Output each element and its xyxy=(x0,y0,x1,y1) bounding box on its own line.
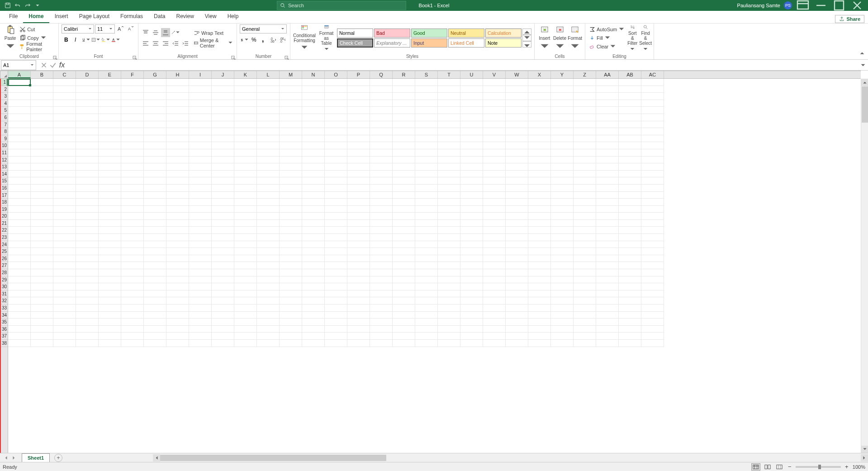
cell[interactable] xyxy=(234,128,257,135)
style-input[interactable]: Input xyxy=(411,38,447,48)
cell[interactable] xyxy=(370,340,393,347)
cell[interactable] xyxy=(53,93,76,100)
cell[interactable] xyxy=(460,333,483,340)
cell[interactable] xyxy=(551,157,574,164)
cell[interactable] xyxy=(415,297,438,304)
cell[interactable] xyxy=(506,319,528,326)
column-header[interactable]: V xyxy=(483,71,506,78)
normal-view-button[interactable] xyxy=(751,463,760,471)
cell[interactable] xyxy=(483,297,506,304)
cell[interactable] xyxy=(325,192,347,199)
cell[interactable] xyxy=(8,283,31,290)
cell[interactable] xyxy=(483,312,506,319)
cell[interactable] xyxy=(8,333,31,340)
cell[interactable] xyxy=(189,128,212,135)
row-header[interactable]: 6 xyxy=(1,114,8,121)
cell[interactable] xyxy=(144,177,166,185)
cell[interactable] xyxy=(619,206,641,213)
cell[interactable] xyxy=(370,100,393,107)
cell[interactable] xyxy=(257,177,280,185)
cell[interactable] xyxy=(212,312,234,319)
cell[interactable] xyxy=(234,157,257,164)
cell[interactable] xyxy=(393,262,415,269)
row-header[interactable]: 23 xyxy=(1,234,8,241)
column-header[interactable]: AB xyxy=(619,71,641,78)
vertical-scroll-thumb[interactable] xyxy=(862,86,868,123)
cell[interactable] xyxy=(257,93,280,100)
cell[interactable] xyxy=(76,163,99,171)
cell[interactable] xyxy=(506,157,528,164)
cell[interactable] xyxy=(99,312,121,319)
align-right-button[interactable] xyxy=(161,39,170,48)
cell[interactable] xyxy=(619,107,641,114)
cell[interactable] xyxy=(641,319,664,326)
clipboard-launcher[interactable] xyxy=(53,54,57,58)
vertical-scrollbar[interactable] xyxy=(861,79,868,453)
ribbon-display-icon[interactable] xyxy=(796,1,810,10)
cell[interactable] xyxy=(574,248,596,255)
cell[interactable] xyxy=(31,185,53,192)
cell[interactable] xyxy=(551,192,574,199)
cell[interactable] xyxy=(370,255,393,262)
cell[interactable] xyxy=(528,79,551,86)
select-all-button[interactable] xyxy=(0,71,8,79)
cell[interactable] xyxy=(212,241,234,248)
cell[interactable] xyxy=(347,283,370,290)
cell[interactable] xyxy=(144,93,166,100)
cell[interactable] xyxy=(99,93,121,100)
cell[interactable] xyxy=(166,163,189,171)
cell[interactable] xyxy=(189,135,212,143)
cell[interactable] xyxy=(551,283,574,290)
cell[interactable] xyxy=(144,135,166,143)
cell[interactable] xyxy=(325,157,347,164)
cell[interactable] xyxy=(99,248,121,255)
row-header[interactable]: 16 xyxy=(1,185,8,192)
cell[interactable] xyxy=(189,93,212,100)
cell[interactable] xyxy=(76,149,99,157)
cell[interactable] xyxy=(393,241,415,248)
decrease-decimal-button[interactable]: .00.0 xyxy=(279,35,287,44)
cell[interactable] xyxy=(234,149,257,157)
row-header[interactable]: 8 xyxy=(1,128,8,135)
cell[interactable] xyxy=(641,86,664,93)
cell[interactable] xyxy=(370,157,393,164)
cell[interactable] xyxy=(8,262,31,269)
cell[interactable] xyxy=(393,227,415,234)
cell[interactable] xyxy=(53,206,76,213)
cell[interactable] xyxy=(99,241,121,248)
cell[interactable] xyxy=(506,333,528,340)
search-box[interactable]: Search xyxy=(277,1,406,10)
cell[interactable] xyxy=(189,177,212,185)
cell[interactable] xyxy=(8,297,31,304)
cell[interactable] xyxy=(347,234,370,241)
cell[interactable] xyxy=(189,241,212,248)
cell[interactable] xyxy=(370,241,393,248)
cell[interactable] xyxy=(144,269,166,276)
cell[interactable] xyxy=(144,262,166,269)
tab-file[interactable]: File xyxy=(4,10,23,23)
cell[interactable] xyxy=(506,283,528,290)
cell[interactable] xyxy=(347,79,370,86)
increase-font-button[interactable]: A xyxy=(116,24,125,33)
cell[interactable] xyxy=(144,227,166,234)
cell[interactable] xyxy=(370,248,393,255)
cell[interactable] xyxy=(551,290,574,298)
cell[interactable] xyxy=(528,163,551,171)
cell[interactable] xyxy=(574,241,596,248)
cell[interactable] xyxy=(53,121,76,128)
cell[interactable] xyxy=(8,255,31,262)
cell[interactable] xyxy=(460,262,483,269)
cell[interactable] xyxy=(8,149,31,157)
cell[interactable] xyxy=(121,283,144,290)
cell[interactable] xyxy=(596,135,619,143)
cell[interactable] xyxy=(302,283,325,290)
row-header[interactable]: 18 xyxy=(1,199,8,206)
cell[interactable] xyxy=(641,248,664,255)
cell[interactable] xyxy=(144,333,166,340)
cell[interactable] xyxy=(257,128,280,135)
cell[interactable] xyxy=(596,114,619,121)
cell[interactable] xyxy=(234,185,257,192)
cell[interactable] xyxy=(121,255,144,262)
tab-data[interactable]: Data xyxy=(148,10,171,23)
cell[interactable] xyxy=(393,93,415,100)
